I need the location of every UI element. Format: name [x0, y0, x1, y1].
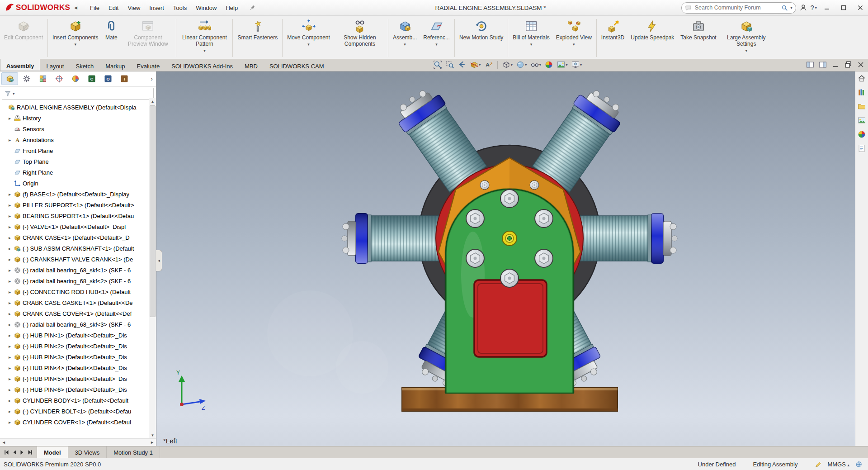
taskpane-design-library-button[interactable]: [857, 88, 866, 97]
window-minimize-button[interactable]: [820, 2, 834, 14]
menu-view[interactable]: View: [123, 2, 145, 14]
tree-item[interactable]: ▸(-) HUB PIN<2> (Default<<Default>_Dis: [1, 341, 149, 351]
expand-arrow-icon[interactable]: ▸: [7, 300, 12, 305]
taskpane-home-button[interactable]: [857, 74, 866, 83]
document-tab-3d-views[interactable]: 3D Views: [68, 446, 107, 458]
dropdown-caret-icon[interactable]: ▾: [530, 42, 533, 47]
document-tab-motion-study-1[interactable]: Motion Study 1: [107, 446, 160, 458]
tree-item[interactable]: ▸(-) radial ball bearing_68_skf<2> (SKF …: [1, 275, 149, 286]
dropdown-caret-icon[interactable]: ▾: [745, 48, 747, 53]
expand-arrow-icon[interactable]: ▸: [7, 290, 12, 294]
filter-caret-icon[interactable]: ▾: [13, 91, 15, 96]
tree-item[interactable]: Top Plane: [1, 156, 149, 167]
dropdown-caret-icon[interactable]: ▾: [525, 62, 527, 67]
taskpane-custom-properties-button[interactable]: [857, 144, 866, 153]
panel-splitter-handle[interactable]: ◄: [156, 250, 162, 271]
dropdown-caret-icon[interactable]: ▾: [539, 62, 542, 67]
taskpane-appearances-button[interactable]: [857, 130, 866, 139]
tree-item[interactable]: ▸(-) VALVE<1> (Default<<Default>_Displ: [1, 221, 149, 232]
expand-arrow-icon[interactable]: ▸: [7, 420, 12, 425]
globe-icon[interactable]: [855, 461, 863, 468]
dropdown-caret-icon[interactable]: ▾: [479, 62, 481, 67]
expand-arrow-icon[interactable]: ▸: [7, 203, 12, 208]
taskpane-view-palette-button[interactable]: [857, 116, 866, 125]
apply-scene-button[interactable]: ▾: [555, 60, 569, 70]
tab-scroll-next-button[interactable]: [19, 449, 25, 456]
tree-item[interactable]: ▸(-) HUB PIN<4> (Default<<Default>_Dis: [1, 362, 149, 373]
move-component-button[interactable]: Move Component▾: [284, 16, 333, 60]
menu-help[interactable]: Help: [221, 2, 242, 14]
expand-arrow-icon[interactable]: ▸: [7, 279, 12, 284]
instant3d-button[interactable]: Instant3D: [598, 16, 627, 60]
tree-horizontal-scrollbar[interactable]: ◄ ►: [0, 438, 156, 446]
tree-item[interactable]: ▸(-) CONNECTING ROD HUB<1> (Default: [1, 286, 149, 297]
tree-item[interactable]: Front Plane: [1, 145, 149, 156]
tree-item[interactable]: ▸CYLINDER BODY<1> (Default<<Default: [1, 395, 149, 406]
expand-arrow-icon[interactable]: ▸: [7, 214, 12, 218]
panel-tab-featuremanager[interactable]: [1, 72, 18, 85]
expand-arrow-icon[interactable]: ▸: [7, 192, 12, 197]
view-settings-button[interactable]: ▾: [570, 60, 584, 70]
tree-item[interactable]: ▸CRANK CASE COVER<1> (Default<<Def: [1, 308, 149, 319]
expand-arrow-icon[interactable]: ▸: [7, 235, 12, 240]
community-search-box[interactable]: ▾: [681, 2, 796, 14]
units-selector[interactable]: MMGS ▴: [827, 461, 849, 468]
expand-arrow-icon[interactable]: ▸: [7, 246, 12, 251]
linear-component-pattern-button[interactable]: Linear Component Pattern▾: [178, 16, 231, 60]
dropdown-caret-icon[interactable]: ▾: [580, 62, 582, 67]
ribbon-tab-mbd[interactable]: MBD: [239, 59, 264, 71]
edit-appearance-button[interactable]: [543, 60, 555, 70]
dropdown-caret-icon[interactable]: ▾: [566, 62, 568, 67]
tree-item[interactable]: ▸BEARING SUPPORT<1> (Default<<Defau: [1, 210, 149, 221]
ribbon-tab-markup[interactable]: Markup: [99, 59, 131, 71]
tree-item[interactable]: ▸(-) radial ball bearing_68_skf<3> (SKF …: [1, 319, 149, 330]
menu-insert[interactable]: Insert: [145, 2, 169, 14]
tab-scroll-first-button[interactable]: [4, 449, 10, 456]
graphics-viewport[interactable]: Y Z *Left: [156, 71, 855, 446]
expand-arrow-icon[interactable]: ▸: [7, 409, 12, 414]
expand-arrow-icon[interactable]: ▸: [7, 366, 12, 370]
exploded-view-button[interactable]: Exploded View▾: [553, 16, 595, 60]
bill-of-materials-button[interactable]: Bill of Materials▾: [509, 16, 552, 60]
expand-arrow-icon[interactable]: ▸: [7, 344, 12, 349]
community-search-input[interactable]: [694, 4, 779, 11]
display-style-button[interactable]: ▾: [514, 60, 528, 70]
panel-tab-configurationmanager[interactable]: [35, 73, 51, 85]
expand-arrow-icon[interactable]: ▸: [7, 398, 12, 403]
show-hidden-components-button[interactable]: Show Hidden Components: [333, 16, 387, 60]
zoom-area-button[interactable]: [444, 60, 456, 70]
hide-show-items-button[interactable]: ▾: [529, 60, 543, 70]
doc-minimize-button[interactable]: [830, 60, 841, 70]
menu-file[interactable]: File: [85, 2, 104, 14]
tree-item[interactable]: ▸(-) CRANKSHAFT VALVE CRANK<1> (De: [1, 254, 149, 265]
smart-fasteners-button[interactable]: Smart Fasteners: [234, 16, 281, 60]
window-restore-button[interactable]: [837, 2, 850, 14]
section-view-button[interactable]: ▾: [468, 60, 482, 70]
tree-item[interactable]: ▸(f) BASE<1> (Default<<Default>_Display: [1, 189, 149, 199]
dropdown-caret-icon[interactable]: ▾: [435, 42, 438, 47]
dropdown-caret-icon[interactable]: ▾: [404, 42, 406, 47]
panel-tab-cam-feature-tree[interactable]: C: [84, 73, 99, 85]
panel-tab-displaymanager[interactable]: [67, 73, 83, 85]
expand-arrow-icon[interactable]: ▸: [7, 322, 12, 327]
expand-arrow-icon[interactable]: ▸: [7, 311, 12, 316]
ribbon-tab-layout[interactable]: Layout: [40, 59, 70, 71]
tree-item[interactable]: ▸(-) HUB PIN<5> (Default<<Default>_Dis: [1, 373, 149, 384]
expand-arrow-icon[interactable]: ▸: [7, 116, 12, 121]
tree-vertical-scrollbar[interactable]: ▲ ▼: [149, 98, 156, 438]
tree-item[interactable]: Sensors: [1, 123, 149, 134]
panel-tab-cam-operation-tree[interactable]: O: [100, 73, 116, 85]
user-account-icon[interactable]: [799, 4, 807, 12]
zoom-fit-button[interactable]: [432, 60, 443, 70]
menu-edit[interactable]: Edit: [104, 2, 123, 14]
tree-item[interactable]: ▸(-) HUB PIN<6> (Default<<Default>_Dis: [1, 384, 149, 395]
dropdown-caret-icon[interactable]: ▾: [307, 42, 310, 47]
tree-item[interactable]: ▸(-) radial ball bearing_68_skf<1> (SKF …: [1, 265, 149, 275]
help-menu[interactable]: ? ▾: [811, 4, 817, 11]
reference-geometry-button[interactable]: Referenc...▾: [420, 16, 453, 60]
radial-engine-model[interactable]: [156, 71, 855, 446]
doc-restore-button[interactable]: [842, 60, 854, 70]
expand-arrow-icon[interactable]: ▸: [7, 257, 12, 262]
panel-tab-propertymanager[interactable]: [19, 73, 34, 85]
doc-close-button[interactable]: [855, 60, 867, 70]
